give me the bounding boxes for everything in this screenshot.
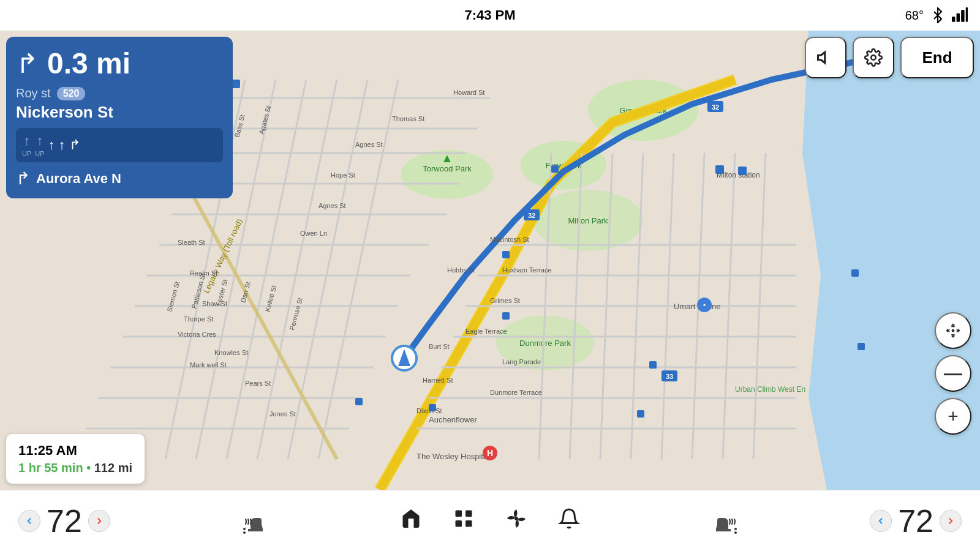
left-heat-seat-icon: [239, 506, 270, 536]
svg-rect-100: [637, 410, 644, 418]
home-button[interactable]: [400, 508, 422, 534]
lane-3: ↑: [48, 137, 55, 153]
recenter-button[interactable]: [935, 312, 971, 349]
svg-rect-98: [649, 361, 657, 369]
svg-rect-128: [466, 520, 472, 527]
fan-button[interactable]: [505, 508, 527, 534]
svg-text:•: •: [703, 301, 706, 310]
bottom-bar: 72: [0, 490, 980, 551]
svg-text:Auchenflower: Auchenflower: [429, 415, 477, 424]
right-temp-decrease-button[interactable]: [870, 510, 892, 532]
svg-rect-99: [355, 398, 363, 405]
svg-text:32: 32: [528, 212, 535, 219]
left-arrow-icon: [24, 515, 35, 527]
right-heat-seat-icon: [710, 506, 741, 536]
street-name-main: Nickerson St: [16, 103, 223, 122]
lane-2: ↑ UP: [35, 133, 44, 157]
svg-text:Dunmore Terrace: Dunmore Terrace: [490, 389, 542, 396]
svg-text:Agnes St: Agnes St: [318, 202, 346, 209]
signal-icon: [952, 7, 968, 23]
svg-marker-116: [818, 52, 825, 63]
svg-text:Victoria Cres: Victoria Cres: [178, 331, 216, 338]
svg-point-129: [514, 517, 518, 520]
eta-distance: 112 mi: [94, 461, 132, 474]
eta-duration: 1 hr 55 min: [18, 461, 83, 474]
svg-text:Hobbs St: Hobbs St: [447, 266, 475, 274]
status-temperature: 68°: [905, 9, 924, 23]
svg-point-124: [243, 528, 246, 530]
svg-rect-102: [858, 343, 865, 350]
svg-text:Huxham Terrace: Huxham Terrace: [502, 266, 552, 274]
svg-point-122: [952, 329, 955, 332]
left-arrow-2-icon: [875, 515, 886, 527]
svg-text:Urban Climb West En: Urban Climb West En: [735, 385, 805, 394]
svg-rect-127: [456, 520, 462, 527]
end-label: End: [922, 48, 952, 67]
status-right-icons: 68°: [905, 7, 968, 23]
grid-button[interactable]: [453, 508, 475, 534]
street-name-small: Roy st: [16, 86, 51, 100]
svg-text:Mark well St: Mark well St: [190, 361, 227, 369]
right-temp-control: 72: [870, 503, 962, 539]
svg-text:Knowles St: Knowles St: [214, 349, 248, 356]
svg-text:Lang Parade: Lang Parade: [502, 358, 541, 365]
eta-separator: •: [86, 461, 94, 474]
notification-button[interactable]: [558, 508, 580, 534]
svg-rect-0: [952, 17, 955, 22]
next-turn-arrow-icon: ↱: [16, 168, 30, 189]
eta-arrival-time: 11:25 AM: [18, 443, 132, 459]
svg-text:Owen Ln: Owen Ln: [300, 230, 327, 237]
svg-text:Thorpe St: Thorpe St: [184, 315, 213, 323]
right-temperature-display: 72: [898, 503, 933, 539]
svg-point-130: [734, 531, 737, 534]
svg-rect-95: [502, 251, 510, 258]
svg-rect-126: [466, 510, 472, 517]
svg-text:Howard St: Howard St: [453, 89, 484, 96]
svg-rect-92: [715, 165, 724, 174]
move-icon: [944, 322, 962, 339]
svg-rect-103: [232, 80, 240, 88]
svg-point-131: [734, 528, 737, 530]
svg-point-123: [243, 531, 246, 534]
status-bar: 7:43 PM 68°: [0, 0, 980, 31]
top-controls: End: [805, 37, 974, 78]
right-arrow-icon: [94, 515, 105, 527]
lanes-display: ↑ UP ↑ UP ↑ ↑ ↱: [16, 128, 223, 162]
svg-text:Macintosh St: Macintosh St: [490, 236, 529, 243]
left-temp-decrease-button[interactable]: [18, 510, 40, 532]
lane-arrow-3: ↑: [48, 137, 55, 153]
mute-icon: [816, 48, 835, 67]
svg-rect-101: [851, 269, 859, 277]
svg-point-117: [871, 55, 876, 60]
svg-rect-2: [961, 10, 964, 22]
map-area[interactable]: Gregory Park Frew Park Torwood Park ▲ Mi…: [0, 31, 980, 490]
svg-rect-93: [738, 167, 747, 175]
svg-text:Hope St: Hope St: [331, 171, 355, 179]
svg-text:H: H: [487, 448, 493, 458]
svg-text:Jones St: Jones St: [270, 410, 296, 418]
bottom-center-icons: [400, 508, 580, 534]
lane-label-2: UP: [35, 150, 44, 157]
lane-1: ↑ UP: [22, 133, 31, 157]
svg-text:Torwood Park: Torwood Park: [423, 164, 472, 173]
left-temp-increase-button[interactable]: [88, 510, 110, 532]
svg-text:Milton Park: Milton Park: [568, 216, 608, 225]
svg-text:Harriett St: Harriett St: [423, 377, 453, 384]
lane-arrow-5: ↱: [69, 137, 80, 153]
right-temp-increase-button[interactable]: [940, 510, 962, 532]
mute-button[interactable]: [805, 37, 846, 78]
svg-rect-1: [957, 13, 960, 22]
svg-rect-125: [456, 510, 462, 517]
end-navigation-button[interactable]: End: [900, 37, 974, 78]
zoom-out-button[interactable]: —: [935, 355, 971, 392]
svg-text:Eagle Terrace: Eagle Terrace: [466, 328, 507, 335]
svg-text:Burt St: Burt St: [429, 343, 450, 350]
svg-text:Pears St: Pears St: [245, 380, 271, 387]
lane-arrow-4: ↑: [59, 137, 66, 153]
settings-button[interactable]: [853, 37, 894, 78]
turn-arrow-icon: ↱: [16, 48, 39, 79]
zoom-in-button[interactable]: +: [935, 398, 971, 435]
status-time: 7:43 PM: [464, 7, 515, 23]
route-badge: 520: [57, 87, 86, 100]
gear-icon: [864, 48, 883, 67]
